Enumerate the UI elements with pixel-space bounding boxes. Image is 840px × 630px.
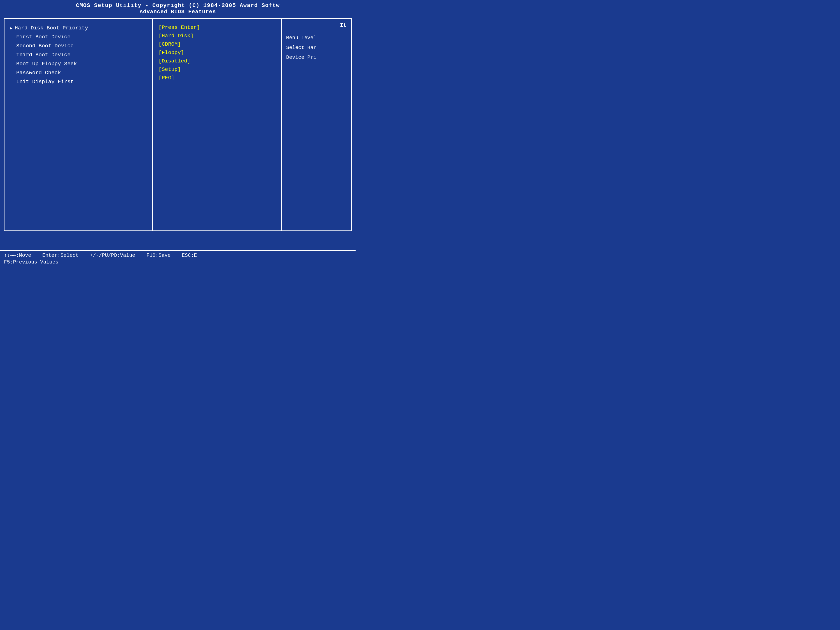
right-panel-title: It (286, 22, 347, 28)
footer-save: F10:Save (147, 253, 171, 258)
menu-level-label: Menu Level (286, 34, 347, 42)
menu-item-boot-up-floppy-seek[interactable]: Boot Up Floppy Seek (10, 61, 147, 67)
menu-item-third-boot-device[interactable]: Third Boot Device (10, 52, 147, 58)
header-line1: CMOS Setup Utility - Copyright (C) 1984-… (0, 2, 355, 9)
option-setup[interactable]: [Setup] (158, 66, 276, 73)
right-panel: It Menu Level Select Har Device Pri (282, 19, 351, 231)
footer-move: ↑↓→←:Move (4, 253, 31, 258)
header-line2: Advanced BIOS Features (0, 9, 355, 15)
footer-value: +/-/PU/PD:Value (90, 253, 135, 258)
option-hard-disk[interactable]: [Hard Disk] (158, 33, 276, 39)
menu-item-second-boot-device[interactable]: Second Boot Device (10, 43, 147, 49)
menu-item-init-display-first[interactable]: Init Display First (10, 79, 147, 85)
menu-item-password-check[interactable]: Password Check (10, 70, 147, 76)
footer-prev: F5:Previous Values (4, 259, 58, 265)
option-press-enter[interactable]: [Press Enter] (158, 24, 276, 30)
footer-enter: Enter:Select (42, 253, 79, 258)
menu-item-first-boot-device[interactable]: First Boot Device (10, 34, 147, 40)
option-disabled[interactable]: [Disabled] (158, 58, 276, 64)
menu-item-hard-disk-boot-priority[interactable]: Hard Disk Boot Priority (10, 25, 147, 31)
footer-esc: ESC:E (182, 253, 197, 258)
option-cdrom[interactable]: [CDROM] (158, 41, 276, 47)
option-floppy[interactable]: [Floppy] (158, 50, 276, 56)
footer: ↑↓→←:Move Enter:Select +/-/PU/PD:Value F… (0, 250, 355, 267)
description-line1: Select Har (286, 44, 347, 52)
center-panel: [Press Enter] [Hard Disk] [CDROM] [Flopp… (153, 19, 282, 231)
description-line2: Device Pri (286, 54, 347, 61)
left-panel: Hard Disk Boot Priority First Boot Devic… (5, 19, 153, 231)
option-peg[interactable]: [PEG] (158, 75, 276, 81)
